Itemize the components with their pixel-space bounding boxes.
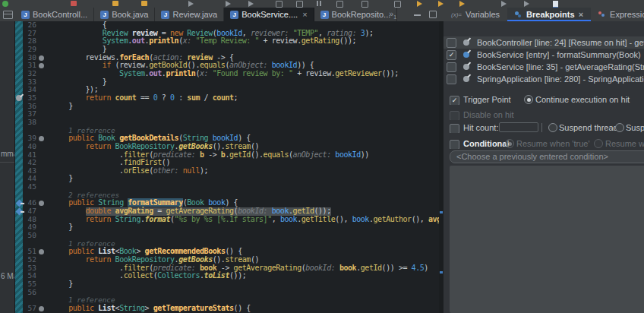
variables-icon: (x)=: [451, 11, 462, 18]
code-line: 28System.out.println(x: "Temp Review: " …: [15, 37, 439, 46]
option-label: Continue execution on hit: [535, 94, 630, 105]
pause-icon[interactable]: [317, 1, 318, 6]
debugger-tab-breakpoints[interactable]: Breakpoints×: [507, 8, 591, 21]
mute-breakpoints-icon[interactable]: [296, 1, 303, 8]
editor-tab-bookreposito[interactable]: JBookReposito...: [314, 8, 398, 21]
condition-editor[interactable]: [450, 166, 644, 313]
stop-icon[interactable]: [71, 1, 77, 6]
breakpoint-checkbox[interactable]: [447, 38, 456, 48]
breakpoint-item[interactable]: ✓BookService [entry] - formatSummary(Boo…: [444, 49, 644, 61]
undo-arrow-icon[interactable]: [417, 1, 422, 7]
breakpoint-item[interactable]: BookController [line: 24] [Resume on hit…: [444, 36, 644, 49]
breakpoint-dot-icon[interactable]: [39, 63, 44, 68]
hidden-tabs-indicator[interactable]: »1: [389, 9, 396, 20]
breakpoint-checkbox[interactable]: [447, 62, 456, 72]
code-line: 55}: [15, 280, 439, 289]
code-line: 36}: [15, 103, 439, 111]
continue-execution-radio[interactable]: [524, 95, 533, 104]
method-breakpoint-icon[interactable]: [16, 207, 24, 215]
close-tab-icon[interactable]: ×: [302, 10, 307, 19]
option-label: Resume when: [605, 138, 644, 149]
breakpoint-dot-icon[interactable]: [39, 136, 44, 141]
breakpoint-icon: [463, 52, 469, 58]
breakpoint-dot-icon[interactable]: [39, 201, 44, 206]
restore-icon[interactable]: [429, 11, 437, 18]
divider: [0, 162, 14, 163]
method-breakpoint-icon[interactable]: [16, 199, 24, 207]
settings-icon[interactable]: [394, 1, 401, 8]
tab-label: BookReposito...: [332, 10, 391, 19]
breakpoint-checkbox[interactable]: ✓: [447, 50, 456, 60]
code-text: }: [103, 78, 107, 87]
hammer-icon[interactable]: [112, 1, 118, 6]
hammer2-icon[interactable]: [141, 1, 147, 6]
breakpoint-item[interactable]: SpringApplication [line: 280] - SpringAp…: [444, 73, 644, 85]
code-text: .collect(Collectors.toList());: [119, 272, 246, 280]
close-tab-icon[interactable]: ×: [579, 10, 583, 19]
separator: [541, 123, 542, 132]
resume-false-radio[interactable]: [594, 139, 603, 148]
debugger-tab-expressions[interactable]: Expressions: [591, 8, 644, 21]
code-line: 57public List<String> getTemperatureStat…: [15, 305, 439, 313]
snapshot-icon[interactable]: [336, 1, 343, 8]
suspend-thread-radio[interactable]: [548, 123, 557, 132]
line-number: 40: [23, 143, 36, 151]
refresh-arrow-icon[interactable]: [459, 1, 465, 7]
redo-arrow-icon[interactable]: [438, 1, 444, 7]
back-arrow-icon[interactable]: [501, 1, 507, 7]
conditional-checkbox[interactable]: [450, 140, 459, 149]
conditional-row: ConditionalResume when 'true'Resume when: [450, 138, 644, 149]
breakpoint-item[interactable]: BookService [line: 35] - getAverageRatin…: [444, 61, 644, 73]
editor-tab-bookcontroll[interactable]: JBookControll...: [15, 8, 94, 21]
tab-label: Book.java: [112, 10, 148, 19]
breakpoint-dot-icon[interactable]: [39, 306, 44, 311]
breakpoint-label: SpringApplication [line: 280] - SpringAp…: [477, 73, 644, 85]
scrollbar-mark: [440, 211, 443, 213]
breakpoint-icon: [463, 40, 469, 46]
minimize-icon[interactable]: [414, 14, 421, 16]
editor-tabs: JBookControll...JBook.javaJReview.javaJB…: [15, 8, 397, 21]
editor-tab-reviewjava[interactable]: JReview.java: [155, 8, 224, 21]
split-editor-icon[interactable]: [3, 11, 13, 19]
code-text: }: [68, 223, 73, 232]
resume-true-radio[interactable]: [505, 139, 514, 148]
forward-arrow-icon[interactable]: [524, 1, 529, 7]
disable-on-hit-checkbox[interactable]: [450, 111, 459, 120]
trigger-point-checkbox[interactable]: ✓: [450, 96, 459, 105]
condition-combo-text: <Choose a previously entered condition>: [456, 152, 608, 161]
java-file-icon: J: [100, 11, 109, 19]
editor-tab-bookjava[interactable]: JBook.java: [94, 8, 155, 21]
resume-breakpoint-icon[interactable]: [16, 95, 22, 101]
tab-label: Review.java: [172, 10, 217, 19]
option-label: Conditional: [463, 138, 510, 149]
code-line: 37: [15, 110, 439, 119]
step-into-icon[interactable]: [226, 1, 231, 7]
suspend-all-radio[interactable]: [615, 123, 624, 132]
rerun-icon[interactable]: [2, 1, 8, 7]
layout-icon[interactable]: [361, 1, 368, 8]
code-editor[interactable]: 26{27Review review = new Review(bookId, …: [15, 21, 439, 313]
scrollbar-mark: [440, 271, 443, 273]
code-text: }: [68, 103, 73, 111]
hit-count-input[interactable]: [499, 122, 538, 132]
breakpoint-checkbox[interactable]: [447, 74, 456, 84]
breakpoint-label: BookController [line: 24] [Resume on hit…: [477, 36, 644, 49]
java-file-icon: J: [320, 11, 329, 19]
code-text: System.out.println(x: "Temp Review: " + …: [103, 37, 356, 46]
debugger-tab-variables[interactable]: (x)=Variables: [444, 8, 507, 21]
code-text: .orElse(other: null);: [119, 167, 208, 175]
code-text: }: [68, 280, 73, 289]
breakpoint-icon: [463, 64, 469, 70]
line-number: 50: [23, 232, 36, 240]
step-over-icon[interactable]: [188, 1, 194, 7]
code-text: return count == 0 ? 0 : sum / count;: [86, 94, 238, 103]
editor-tab-bookservice[interactable]: JBookService....×: [224, 8, 314, 21]
breakpoint-dot-icon[interactable]: [39, 249, 44, 255]
window-fragment-text: mma: [1, 150, 15, 158]
hit-count-checkbox[interactable]: [450, 124, 459, 133]
condition-combo[interactable]: <Choose a previously entered condition>: [450, 150, 644, 163]
code-line: 42.findFirst(): [15, 159, 439, 167]
view-breakpoints-icon[interactable]: [276, 1, 283, 8]
breakpoint-dot-icon[interactable]: [39, 55, 44, 61]
step-out-icon[interactable]: [248, 1, 254, 7]
